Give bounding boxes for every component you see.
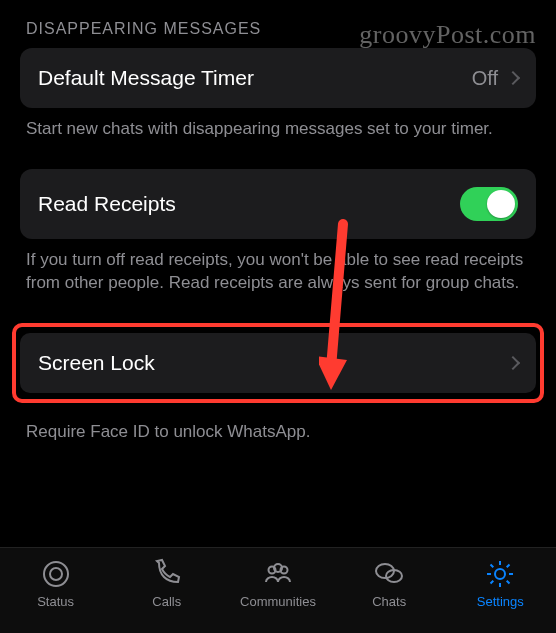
settings-content: DISAPPEARING MESSAGES Default Message Ti… xyxy=(0,0,556,534)
tab-communities[interactable]: Communities xyxy=(228,558,328,609)
read-receipts-label: Read Receipts xyxy=(38,192,176,216)
tab-bar: Status Calls Communities Chats Settings xyxy=(0,547,556,633)
disappearing-footer: Start new chats with disappearing messag… xyxy=(20,108,536,141)
phone-icon xyxy=(151,558,183,590)
tab-calls-label: Calls xyxy=(152,594,181,609)
tab-status-label: Status xyxy=(37,594,74,609)
default-message-timer-value: Off xyxy=(472,67,498,90)
status-icon xyxy=(40,558,72,590)
screen-lock-highlight: Screen Lock xyxy=(12,323,544,403)
screen-lock-footer: Require Face ID to unlock WhatsApp. xyxy=(20,411,536,444)
chevron-right-icon xyxy=(506,356,520,370)
tab-communities-label: Communities xyxy=(240,594,316,609)
tab-chats-label: Chats xyxy=(372,594,406,609)
read-receipts-row[interactable]: Read Receipts xyxy=(20,169,536,239)
screen-lock-label: Screen Lock xyxy=(38,351,155,375)
svg-point-9 xyxy=(495,569,505,579)
svg-point-2 xyxy=(44,562,68,586)
svg-point-3 xyxy=(50,568,62,580)
tab-settings[interactable]: Settings xyxy=(450,558,550,609)
communities-icon xyxy=(262,558,294,590)
tab-calls[interactable]: Calls xyxy=(117,558,217,609)
read-receipts-footer: If you turn off read receipts, you won't… xyxy=(20,239,536,295)
tab-settings-label: Settings xyxy=(477,594,524,609)
screen-lock-row[interactable]: Screen Lock xyxy=(20,333,536,393)
disappearing-section-header: DISAPPEARING MESSAGES xyxy=(20,20,536,38)
default-message-timer-label: Default Message Timer xyxy=(38,66,254,90)
chevron-right-icon xyxy=(506,71,520,85)
default-message-timer-row[interactable]: Default Message Timer Off xyxy=(20,48,536,108)
tab-chats[interactable]: Chats xyxy=(339,558,439,609)
read-receipts-toggle[interactable] xyxy=(460,187,518,221)
tab-status[interactable]: Status xyxy=(6,558,106,609)
chats-icon xyxy=(373,558,405,590)
gear-icon xyxy=(484,558,516,590)
